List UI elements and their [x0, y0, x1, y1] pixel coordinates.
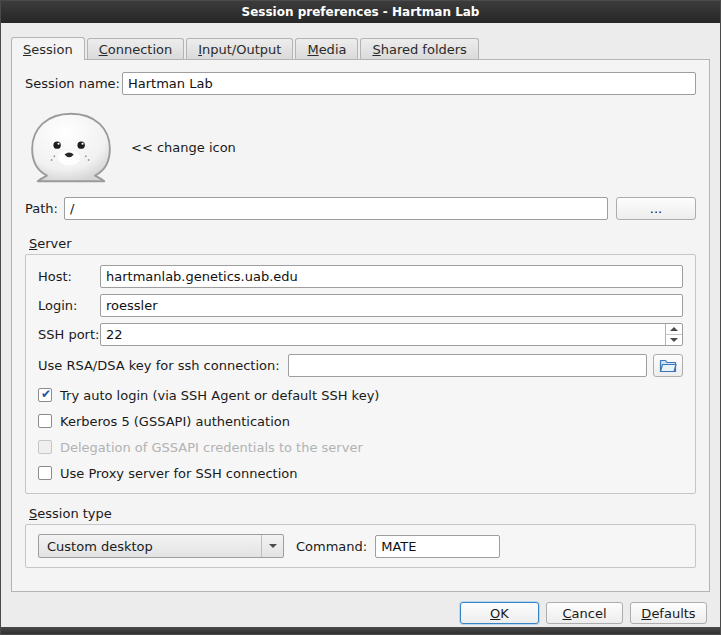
session-type-dropdown[interactable]: Custom desktop	[38, 534, 284, 558]
checkbox-indicator-disabled	[38, 440, 52, 454]
command-label: Command:	[296, 539, 367, 554]
host-input[interactable]	[100, 265, 683, 288]
session-name-row: Session name:	[25, 72, 696, 95]
ssh-port-row: SSH port:	[38, 323, 683, 346]
ok-button[interactable]: OK	[460, 602, 539, 624]
path-input[interactable]	[64, 197, 608, 220]
path-browse-label: ...	[650, 201, 662, 216]
checkbox-kerberos[interactable]: Kerberos 5 (GSSAPI) authentication	[38, 411, 683, 431]
login-input[interactable]	[100, 294, 683, 317]
session-icon-row: << change icon	[25, 109, 696, 185]
checkbox-indicator-checked-icon[interactable]	[38, 388, 52, 402]
defaults-button[interactable]: Defaults	[630, 602, 707, 624]
tab-session[interactable]: Session	[11, 37, 85, 60]
checkbox-kerberos-label: Kerberos 5 (GSSAPI) authentication	[60, 414, 290, 429]
ok-button-label: OK	[490, 606, 509, 621]
tab-session-label: Session	[23, 42, 73, 57]
tab-input-output-label: Input/Output	[198, 42, 281, 57]
command-input[interactable]	[375, 535, 500, 558]
rsa-key-label: Use RSA/DSA key for ssh connection:	[38, 358, 280, 373]
window-bottom-edge	[1, 627, 720, 634]
rsa-key-input[interactable]	[288, 354, 647, 377]
seal-session-icon[interactable]	[25, 109, 117, 185]
defaults-button-label: Defaults	[641, 606, 695, 621]
rsa-key-row: Use RSA/DSA key for ssh connection:	[38, 354, 683, 377]
spin-down-icon	[670, 338, 678, 342]
server-group-title: Server	[29, 236, 696, 251]
cancel-button-label: Cancel	[562, 606, 606, 621]
checkbox-proxy[interactable]: Use Proxy server for SSH connection	[38, 463, 683, 483]
path-row: Path: ...	[25, 197, 696, 220]
tab-media[interactable]: Media	[295, 38, 358, 59]
login-row: Login:	[38, 294, 683, 317]
tab-media-label: Media	[307, 42, 346, 57]
spin-up-icon	[670, 327, 678, 331]
change-icon-label: << change icon	[131, 140, 236, 155]
cancel-button[interactable]: Cancel	[546, 602, 623, 624]
spin-buttons	[665, 324, 682, 345]
dialog-button-row: OK Cancel Defaults	[1, 602, 707, 624]
checkbox-indicator[interactable]	[38, 466, 52, 480]
tab-connection-label: Connection	[99, 42, 173, 57]
spin-up-button[interactable]	[666, 324, 682, 335]
window-title: Session preferences - Hartman Lab	[242, 5, 480, 19]
session-type-group-title: Session type	[29, 506, 696, 521]
host-label: Host:	[38, 269, 100, 284]
session-name-input[interactable]	[122, 72, 696, 95]
tab-shared-folders[interactable]: Shared folders	[360, 38, 478, 59]
path-browse-button[interactable]: ...	[616, 197, 696, 220]
chevron-down-icon	[269, 544, 277, 548]
checkbox-gssapi-delegation: Delegation of GSSAPI credentials to the …	[38, 437, 683, 457]
tab-connection[interactable]: Connection	[87, 38, 185, 59]
rsa-key-browse-button[interactable]	[653, 354, 683, 377]
session-name-label: Session name:	[25, 76, 122, 91]
checkbox-auto-login-label: Try auto login (via SSH Agent or default…	[60, 388, 379, 403]
dropdown-arrow-zone[interactable]	[261, 535, 283, 557]
ssh-port-label: SSH port:	[38, 327, 100, 342]
session-tab-panel: Session name:	[11, 59, 710, 592]
ssh-port-spinbox	[100, 323, 683, 346]
tab-bar: Session Connection Input/Output Media Sh…	[11, 37, 710, 59]
checkbox-gssapi-delegation-label: Delegation of GSSAPI credentials to the …	[60, 440, 363, 455]
ssh-port-input[interactable]	[100, 323, 683, 346]
session-preferences-window: Session preferences - Hartman Lab Sessio…	[0, 0, 721, 635]
server-group: Host: Login: SSH port: Use RSA/DSA k	[25, 254, 696, 494]
checkbox-proxy-label: Use Proxy server for SSH connection	[60, 466, 298, 481]
host-row: Host:	[38, 265, 683, 288]
window-titlebar[interactable]: Session preferences - Hartman Lab	[1, 1, 720, 23]
session-type-group: Custom desktop Command:	[25, 524, 696, 568]
session-type-dropdown-value: Custom desktop	[47, 539, 153, 554]
checkbox-auto-login[interactable]: Try auto login (via SSH Agent or default…	[38, 385, 683, 405]
tab-input-output[interactable]: Input/Output	[186, 38, 293, 59]
tab-shared-folders-label: Shared folders	[372, 42, 466, 57]
path-label: Path:	[25, 201, 64, 216]
spin-down-button[interactable]	[666, 335, 682, 345]
login-label: Login:	[38, 298, 100, 313]
folder-open-icon	[659, 358, 677, 373]
checkbox-indicator[interactable]	[38, 414, 52, 428]
